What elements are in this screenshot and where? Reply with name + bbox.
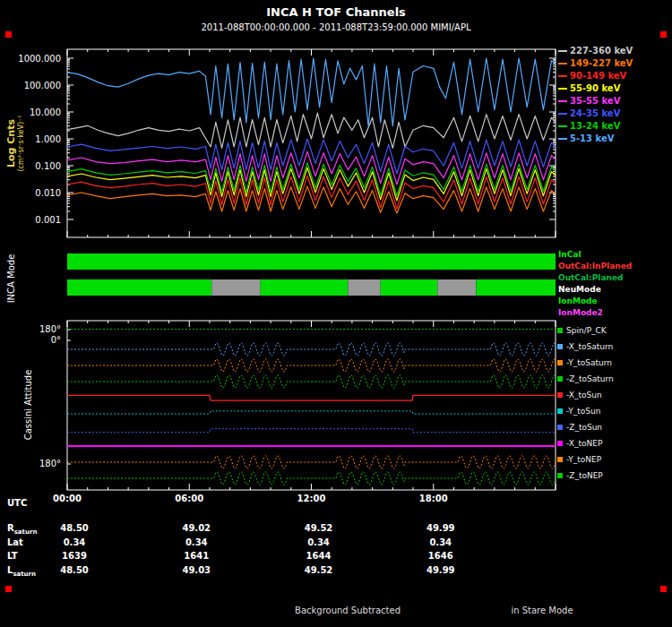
energy-legend-item: 227-360 keV (558, 46, 633, 56)
spectrum-y-tick-label: 1000.000 (4, 54, 61, 64)
attitude-legend-label: -Y_toSun (566, 407, 600, 416)
time-tick-label: 00:00 (53, 494, 82, 503)
ephemeris-value: 1646 (428, 551, 453, 561)
legend-square-swatch (557, 392, 563, 398)
energy-legend-label: 55-90 keV (570, 83, 620, 93)
page-subtitle: 2011-088T00:00:00.000 - 2011-088T23:59:0… (202, 22, 471, 32)
ephemeris-row-label: Lat (7, 537, 23, 547)
spectrum-series-227-360-keV (67, 113, 556, 148)
ephemeris-value: 49.52 (305, 523, 333, 533)
energy-legend-label: 227-360 keV (570, 46, 633, 56)
ephemeris-value: 49.99 (426, 523, 455, 533)
detector-mode-bar-segment (211, 279, 261, 296)
detector-mode-bar-segment (261, 279, 349, 296)
mode-legend-item: NeuMode (558, 285, 601, 294)
detector-mode-bar-segment (348, 279, 380, 296)
attitude-legend-item: -Z_toNEP (557, 471, 603, 480)
ephemeris-value: 1644 (306, 551, 332, 561)
corner-marker (660, 586, 667, 592)
energy-legend-label: 13-24 keV (570, 121, 620, 131)
energy-legend-item: 149-227 keV (558, 58, 633, 68)
ephemeris-value: 0.34 (185, 537, 208, 547)
attitude-legend-item: -X_toSaturn (557, 342, 613, 351)
spectrum-y-tick-label: 1.000 (4, 134, 61, 144)
ephemeris-value: 49.99 (426, 565, 455, 575)
detector-mode-bar-segment (67, 279, 211, 296)
attitude-legend-item: Spin/P_CK (557, 326, 607, 335)
attitude-legend-item: -Y_toNEP (557, 455, 601, 464)
spectrum-y-tick-label: 0.100 (4, 161, 61, 171)
attitude-series--Z_toNEP (67, 472, 556, 485)
legend-line-swatch (558, 75, 567, 77)
time-tick-label: 18:00 (419, 494, 448, 503)
ephemeris-value: 1639 (62, 551, 87, 561)
attitude-y-tick-label: 180° (4, 324, 61, 334)
ephemeris-row-label: LT (7, 551, 18, 561)
legend-line-swatch (558, 88, 567, 90)
energy-legend-label: 90-149 keV (570, 71, 626, 81)
attitude-panel-label: Cassini Attitude (23, 370, 33, 441)
energy-legend-item: 55-90 keV (558, 83, 620, 93)
mode-legend-item: InCal (558, 250, 582, 259)
legend-square-swatch (557, 328, 563, 333)
attitude-legend-item: -Y_toSaturn (557, 358, 612, 367)
cal-mode-bar-segment (67, 253, 556, 270)
ephemeris-value: 48.50 (60, 565, 89, 575)
ephemeris-row-label: Rsaturn (7, 523, 37, 536)
footer-background-subtracted: Background Subtracted (295, 606, 401, 615)
energy-legend-item: 35-55 keV (558, 96, 620, 106)
energy-legend-label: 35-55 keV (570, 96, 620, 106)
legend-square-swatch (557, 425, 563, 430)
attitude-legend-label: -Z_toNEP (566, 471, 603, 480)
ephemeris-row-label-subscript: saturn (13, 571, 36, 578)
attitude-panel-border (67, 321, 556, 490)
legend-line-swatch (558, 63, 567, 64)
legend-line-swatch (558, 113, 567, 115)
spectrum-y-tick-label: 0.001 (4, 215, 61, 225)
detector-mode-bar-segment (476, 279, 556, 296)
attitude-legend-label: -Z_toSaturn (566, 374, 614, 383)
legend-square-swatch (557, 441, 563, 446)
mode-legend-item: IonMode2 (558, 308, 603, 317)
attitude-legend-item: -X_toNEP (557, 439, 602, 448)
attitude-legend-label: -X_toSun (566, 391, 602, 399)
corner-marker (5, 31, 12, 38)
ephemeris-row-label-subscript: saturn (14, 528, 38, 536)
footer-stare-mode: in Stare Mode (511, 606, 573, 615)
legend-square-swatch (557, 473, 563, 478)
ephemeris-value: 0.34 (64, 537, 86, 547)
energy-legend-label: 24-35 keV (570, 108, 620, 118)
attitude-series--X_toSun (67, 395, 556, 400)
energy-legend-item: 13-24 keV (558, 121, 620, 131)
attitude-series--Y_toSun (67, 411, 556, 414)
legend-square-swatch (557, 376, 563, 382)
energy-legend-label: 149-227 keV (570, 58, 633, 68)
legend-line-swatch (558, 50, 567, 52)
attitude-legend-label: -Y_toNEP (566, 455, 601, 464)
mode-legend-item: IonMode (558, 296, 598, 305)
attitude-legend-item: -Y_toSun (557, 407, 600, 416)
attitude-series--Z_toSaturn (67, 375, 556, 388)
ephemeris-value: 0.34 (429, 537, 452, 547)
attitude-legend-label: -X_toNEP (566, 439, 602, 448)
attitude-legend-label: -Y_toSaturn (566, 358, 612, 367)
legend-line-swatch (558, 138, 567, 140)
energy-legend-item: 24-35 keV (558, 108, 620, 118)
legend-square-swatch (557, 344, 563, 349)
attitude-y-tick-label: 0° (4, 335, 61, 345)
inca-tof-plot-page: INCA H TOF Channels 2011-088T00:00:00.00… (0, 0, 672, 627)
energy-legend-item: 5-13 keV (558, 133, 614, 143)
spectrum-y-tick-label: 0.010 (4, 188, 61, 198)
mode-panel-label: INCA Mode (6, 254, 16, 304)
attitude-series--Z_toSun (67, 429, 556, 433)
spectrum-y-tick-label: 100.000 (4, 81, 61, 90)
attitude-legend-item: -Z_toSun (557, 423, 602, 432)
spectrum-series-5-13-keV (67, 58, 556, 126)
legend-square-swatch (557, 408, 563, 414)
attitude-legend-item: -X_toSun (557, 391, 602, 399)
attitude-legend-label: -Z_toSun (566, 423, 602, 432)
detector-mode-bar-segment (437, 279, 476, 296)
time-tick-label: 12:00 (297, 494, 326, 503)
corner-marker (660, 31, 667, 38)
energy-legend-item: 90-149 keV (558, 71, 626, 81)
